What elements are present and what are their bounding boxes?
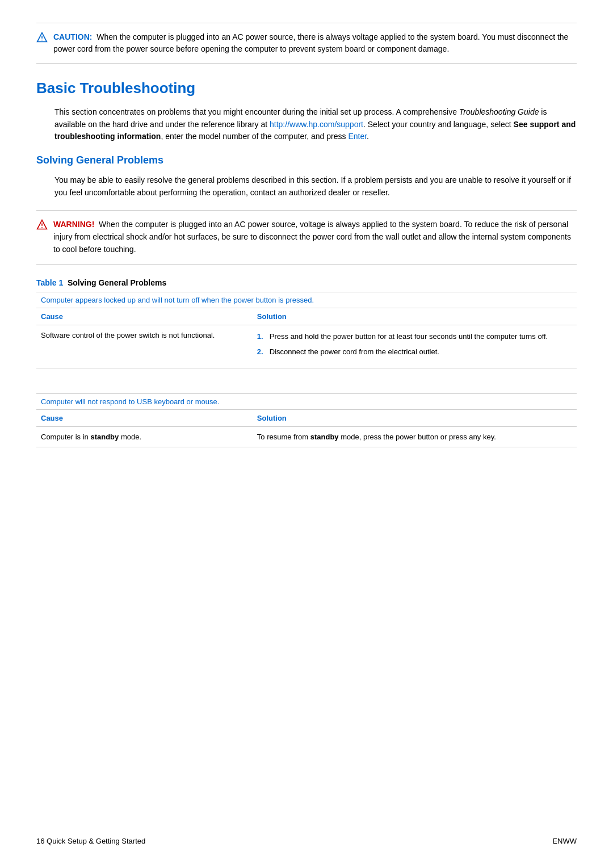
table-heading: Table 1 Solving General Problems [36, 278, 577, 287]
table-title-label: Table 1 [36, 278, 63, 287]
cause-cell-1: Software control of the power switch is … [36, 325, 253, 368]
problem-table-2: Cause Solution Computer is in standby mo… [36, 409, 577, 447]
intro-enter: Enter [348, 132, 367, 141]
col-solution-header-2: Solution [253, 409, 577, 426]
general-intro: You may be able to easily resolve the ge… [54, 174, 577, 199]
intro-period: . [367, 132, 369, 141]
solution-item-1: 1. Press and hold the power button for a… [257, 331, 572, 342]
page-container: CAUTION: When the computer is plugged in… [36, 23, 577, 447]
intro-text-3: . Select your country and language, sele… [363, 120, 514, 129]
problem-2-header: Computer will not respond to USB keyboar… [36, 393, 577, 409]
intro-text-4: , enter the model number of the computer… [161, 132, 348, 141]
main-heading: Basic Troubleshooting [36, 79, 577, 97]
footer-right: ENWW [552, 837, 577, 845]
table-title-text: Solving General Problems [68, 278, 166, 287]
svg-point-1 [41, 40, 43, 41]
sub-heading: Solving General Problems [36, 154, 577, 166]
caution-text: CAUTION: When the computer is plugged in… [53, 31, 577, 55]
warning-label: WARNING! [53, 220, 94, 229]
svg-point-3 [41, 227, 43, 228]
problem-1-header: Computer appears locked up and will not … [36, 292, 577, 308]
caution-icon [36, 32, 48, 45]
cause-cell-2: Computer is in standby mode. [36, 426, 253, 447]
solution-bold: standby [310, 433, 339, 441]
col-cause-header: Cause [36, 308, 253, 325]
caution-label: CAUTION: [53, 32, 92, 41]
footer-left: 16 Quick Setup & Getting Started [36, 837, 145, 845]
table-row: Software control of the power switch is … [36, 325, 577, 368]
solution-cell-1: 1. Press and hold the power button for a… [253, 325, 577, 368]
cause-prefix: Computer is in [41, 433, 90, 441]
caution-box: CAUTION: When the computer is plugged in… [36, 23, 577, 64]
solution-prefix: To resume from [257, 433, 310, 441]
solution-cell-2: To resume from standby mode, press the p… [253, 426, 577, 447]
caution-body: When the computer is plugged into an AC … [53, 32, 568, 53]
page-footer: 16 Quick Setup & Getting Started ENWW [36, 837, 577, 845]
intro-text-1: This section concentrates on problems th… [54, 107, 459, 116]
col-cause-header-2: Cause [36, 409, 253, 426]
warning-icon [36, 219, 48, 232]
cause-bold: standby [90, 433, 119, 441]
warning-body: When the computer is plugged into an AC … [53, 220, 571, 253]
intro-paragraph: This section concentrates on problems th… [54, 106, 577, 143]
table-row-2: Computer is in standby mode. To resume f… [36, 426, 577, 447]
solution-list-1: 1. Press and hold the power button for a… [257, 331, 572, 358]
problem-table-1: Cause Solution Software control of the p… [36, 308, 577, 368]
cause-suffix: mode. [119, 433, 141, 441]
warning-box: WARNING! When the computer is plugged in… [36, 210, 577, 264]
hp-support-link[interactable]: http://www.hp.com/support [270, 120, 363, 129]
col-solution-header: Solution [253, 308, 577, 325]
warning-text: WARNING! When the computer is plugged in… [53, 219, 577, 255]
solution-suffix: mode, press the power button or press an… [339, 433, 496, 441]
section-gap [36, 382, 577, 393]
intro-italic: Troubleshooting Guide [459, 107, 539, 116]
solution-item-2: 2. Disconnect the power cord from the el… [257, 346, 572, 358]
